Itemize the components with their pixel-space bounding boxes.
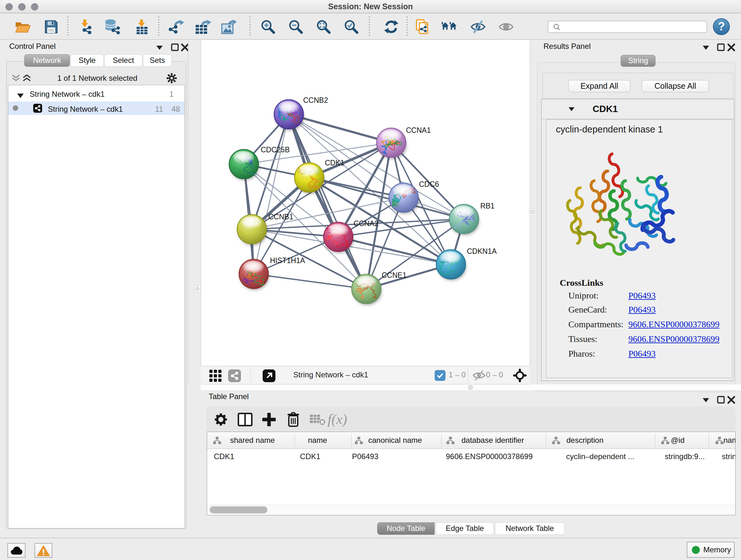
svg-text:CCNB2: CCNB2 (303, 96, 328, 105)
svg-text:CDKN1A: CDKN1A (467, 247, 497, 255)
svg-text:CCNE1: CCNE1 (382, 271, 407, 279)
svg-text:CDC6: CDC6 (419, 180, 439, 188)
svg-text:CCNA1: CCNA1 (406, 126, 431, 134)
svg-text:HIST1H1A: HIST1H1A (270, 256, 306, 265)
svg-text:CCNA2: CCNA2 (354, 219, 379, 228)
svg-text:CCNB1: CCNB1 (268, 212, 293, 221)
svg-text:CDC25B: CDC25B (261, 145, 290, 154)
svg-text:RB1: RB1 (480, 202, 495, 210)
svg-text:CDK1: CDK1 (325, 159, 344, 167)
